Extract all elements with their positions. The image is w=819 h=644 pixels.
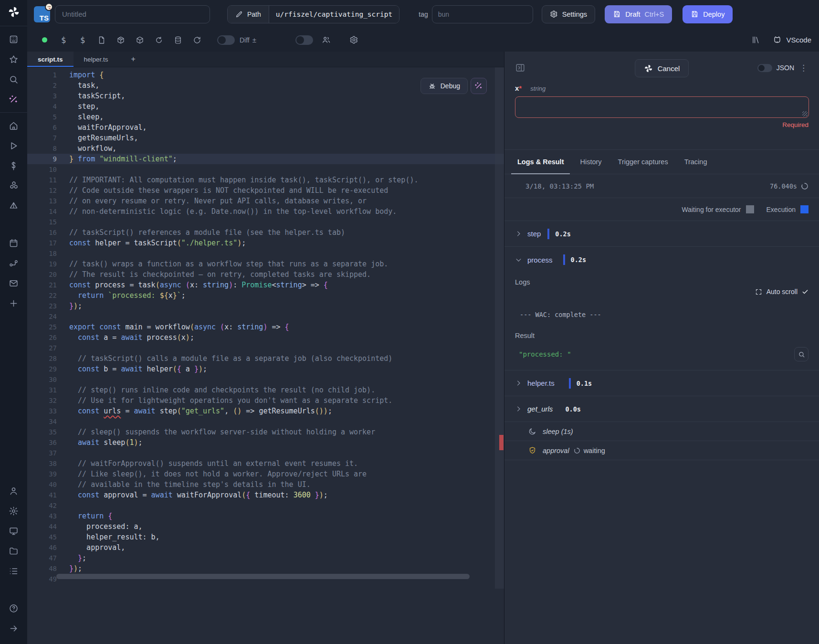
- timeline-row-helper[interactable]: helper.ts 0.1s: [504, 370, 819, 396]
- legend-waiting-label: Waiting for executor: [682, 206, 741, 213]
- script-title-input[interactable]: [55, 5, 210, 23]
- star-icon[interactable]: [5, 50, 23, 68]
- helper-name: helper.ts: [527, 379, 555, 387]
- plus-icon[interactable]: [5, 294, 23, 312]
- debug-button[interactable]: Debug: [420, 78, 468, 94]
- tab-helper-ts[interactable]: helper.ts: [74, 52, 119, 67]
- draft-button[interactable]: Draft Ctrl+S: [605, 5, 672, 23]
- editor-settings-gear-icon[interactable]: [345, 35, 364, 44]
- resources-icon[interactable]: [5, 177, 23, 195]
- groups-icon[interactable]: [5, 562, 23, 580]
- code-line: 28 // taskScript() calls a module file a…: [27, 353, 504, 364]
- code-line: 9} from "windmill-client";: [27, 154, 504, 164]
- diff-toggle[interactable]: [217, 35, 235, 45]
- autoscroll-control[interactable]: Auto scroll: [515, 288, 808, 296]
- run-summary-row[interactable]: 3/18, 03:13:25 PM 76.040s: [504, 174, 819, 198]
- tag-input[interactable]: [432, 5, 533, 23]
- moon-icon: [528, 427, 536, 435]
- code-line: 4 step,: [27, 101, 504, 112]
- settings-button[interactable]: Settings: [542, 5, 595, 23]
- tab-trigger-captures[interactable]: Trigger captures: [610, 150, 676, 174]
- draft-shortcut: Ctrl+S: [645, 11, 664, 18]
- mail-icon[interactable]: [5, 274, 23, 292]
- divider: [0, 26, 27, 26]
- json-label: JSON: [777, 64, 794, 72]
- variables-icon[interactable]: [5, 157, 23, 175]
- editor-horizontal-scrollbar[interactable]: [56, 574, 504, 580]
- apps-icon[interactable]: [5, 30, 23, 48]
- waiting-spinner-icon: [574, 447, 580, 454]
- multiplayer-toggle[interactable]: [295, 35, 313, 45]
- code-line: 18: [27, 248, 504, 259]
- arg-x-input[interactable]: [515, 96, 809, 118]
- code-line: 46 approval,: [27, 542, 504, 553]
- variables-dollar-icon[interactable]: $: [54, 35, 73, 45]
- json-toggle[interactable]: [757, 64, 772, 72]
- code-line: 24: [27, 311, 504, 322]
- code-line: 37: [27, 448, 504, 458]
- log-output: --- WAC: complete ---: [520, 311, 808, 318]
- code-line: 26 const a = await process(x);: [27, 332, 504, 343]
- tab-logs-result[interactable]: Logs & Result: [509, 150, 572, 174]
- approval-label: approval: [543, 447, 569, 454]
- add-tab-button[interactable]: +: [119, 52, 148, 67]
- folders-icon[interactable]: [5, 542, 23, 560]
- deploy-button[interactable]: Deploy: [682, 5, 733, 23]
- users-icon: [317, 35, 336, 44]
- timeline-row-get-urls[interactable]: get_urls 0.0s: [504, 396, 819, 422]
- refresh-icon[interactable]: [188, 36, 207, 44]
- home-icon[interactable]: [5, 116, 23, 135]
- collapse-sidebar-icon[interactable]: [5, 619, 23, 637]
- help-icon[interactable]: [5, 599, 23, 617]
- runs-icon[interactable]: [5, 137, 23, 155]
- windmill-logo-icon[interactable]: [8, 6, 20, 18]
- path-selector[interactable]: Path u/rfiszel/captivating_script: [227, 5, 399, 23]
- workers-icon[interactable]: [5, 522, 23, 540]
- prism-icon[interactable]: [5, 197, 23, 215]
- code-editor[interactable]: 1import {2 task,3 taskScript,4 step,5 sl…: [27, 67, 504, 589]
- settings-gear-icon[interactable]: [5, 502, 23, 520]
- script-file-icon[interactable]: [92, 36, 111, 44]
- result-search-button[interactable]: [794, 347, 808, 361]
- pencil-icon: [235, 11, 243, 18]
- tab-tracing[interactable]: Tracing: [676, 150, 715, 174]
- tab-history[interactable]: History: [572, 150, 609, 174]
- code-line: 32 // Use it for lightweight operations …: [27, 395, 504, 406]
- kebab-menu-icon[interactable]: ⋮: [798, 63, 808, 73]
- code-line: 7 getResumeUrls,: [27, 133, 504, 143]
- timeline-subrow-approval[interactable]: approval waiting: [504, 441, 819, 460]
- timeline-bar: [569, 378, 571, 389]
- check-icon: [802, 288, 808, 295]
- code-editor-pane: script.ts helper.ts + 1import {2 task,3 …: [27, 52, 504, 644]
- library-icon[interactable]: [751, 35, 760, 44]
- cancel-run-button[interactable]: Cancel: [635, 59, 689, 77]
- timeline-row-step[interactable]: step 0.2s: [504, 221, 819, 247]
- chevron-right-icon: [515, 380, 522, 387]
- waiting-status: waiting: [584, 447, 605, 454]
- error-marker: [499, 435, 504, 450]
- ai-assistant-button[interactable]: [471, 78, 487, 94]
- schedules-icon[interactable]: [5, 234, 23, 252]
- tab-script-ts[interactable]: script.ts: [27, 52, 74, 67]
- run-loop-icon[interactable]: [149, 36, 168, 44]
- code-line: 45 helper_result: b,: [27, 532, 504, 542]
- wand-icon: [474, 82, 483, 90]
- editor-vertical-scrollbar[interactable]: [495, 67, 504, 589]
- contextual-dollar-icon[interactable]: $: [73, 35, 92, 45]
- app-sidebar: [0, 0, 27, 644]
- package-icon[interactable]: [111, 36, 130, 44]
- timeline-legend: Waiting for executor Execution: [504, 198, 819, 221]
- flows-icon[interactable]: [5, 254, 23, 272]
- code-line: 10: [27, 164, 504, 175]
- waiting-swatch: [746, 205, 754, 213]
- search-icon[interactable]: [5, 70, 23, 88]
- timeline-row-process[interactable]: process 0.2s: [504, 247, 819, 273]
- vscode-button[interactable]: VScode: [773, 35, 811, 44]
- package-2-icon[interactable]: [130, 36, 149, 44]
- ai-wand-icon[interactable]: [5, 90, 23, 108]
- panel-collapse-icon[interactable]: [515, 63, 525, 73]
- code-line: 40 // available in the timeline step's d…: [27, 479, 504, 490]
- user-icon[interactable]: [5, 482, 23, 500]
- database-icon[interactable]: [168, 36, 188, 44]
- timeline-subrow-sleep[interactable]: sleep (1s): [504, 422, 819, 441]
